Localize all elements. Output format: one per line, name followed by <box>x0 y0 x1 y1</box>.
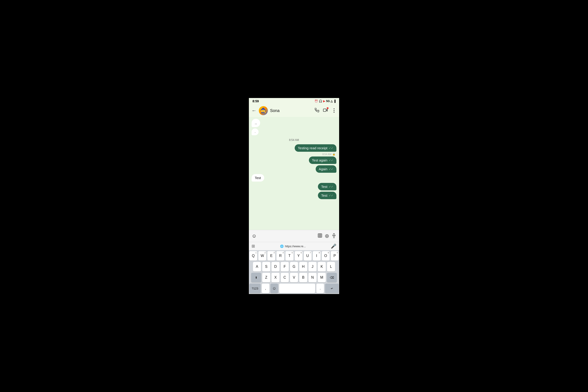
read-receipt-icon: ✓✓ <box>329 159 333 162</box>
add-button[interactable]: ⊕ <box>325 233 329 239</box>
status-time: 8:59 <box>253 99 259 103</box>
emoji-button[interactable]: ☺ <box>252 233 257 239</box>
key-X[interactable]: X <box>272 273 280 282</box>
key-W[interactable]: 2W <box>258 251 266 260</box>
headphone-icon: 🎧 <box>319 100 322 103</box>
contact-name: Sona <box>270 108 312 113</box>
message-text: Test <box>255 176 261 180</box>
key-D[interactable]: D <box>272 262 280 272</box>
key-I[interactable]: 8I <box>313 251 321 260</box>
globe-icon: 🌐 <box>280 244 284 248</box>
grid-icon[interactable]: ⊞ <box>252 244 255 248</box>
key-F[interactable]: F <box>281 262 289 272</box>
key-C[interactable]: C <box>281 273 289 282</box>
alarm-icon: ⏰ <box>314 100 318 103</box>
key-P[interactable]: 0P <box>331 251 339 260</box>
comma-key[interactable]: , <box>262 284 270 293</box>
svg-rect-2 <box>318 234 322 237</box>
message-input[interactable] <box>259 232 315 240</box>
input-area: ☺ ⊕ <box>249 230 339 242</box>
key-K[interactable]: K <box>318 262 326 272</box>
backspace-key[interactable]: ⌫ <box>327 273 337 282</box>
emoji-keyboard-key[interactable]: ☺ <box>271 284 278 293</box>
network-icon: 5G <box>326 100 330 103</box>
return-key[interactable]: ↵ <box>325 284 339 293</box>
youtube-icon: ▶ <box>323 100 325 103</box>
period-key[interactable]: . <box>316 284 324 293</box>
space-key[interactable] <box>279 284 315 293</box>
key-G[interactable]: G <box>290 262 298 272</box>
key-S[interactable]: S <box>262 262 270 272</box>
list-item: Test ✓✓ <box>252 192 336 199</box>
keyboard-row-1: 1Q 2W 3E 4R 5T 6Y 7U 8I 9O 0P <box>249 251 339 260</box>
list-item: Testing read receipt ✓✓ 8:54 AM 🔒 <box>252 144 336 156</box>
key-O[interactable]: 9O <box>322 251 330 260</box>
video-badge <box>327 107 328 109</box>
url-suggestion[interactable]: 🌐 https://www.re... <box>280 244 306 248</box>
key-A[interactable]: A <box>253 262 261 272</box>
received-bubble: Test <box>252 174 264 182</box>
url-text: https://www.re... <box>285 244 306 248</box>
read-receipt-icon: ✓✓ <box>329 194 333 197</box>
suggestion-bar: ⊞ 🌐 https://www.re... 🎤 <box>249 242 339 250</box>
keyboard: 1Q 2W 3E 4R 5T 6Y 7U 8I 9O 0P A S D F G … <box>249 250 339 294</box>
key-J[interactable]: J <box>308 262 316 272</box>
message-meta: 8:54 AM 🔒 <box>322 153 336 156</box>
sent-bubble: Again ✓✓ <box>316 165 336 173</box>
chat-area: .. . 8:54 AM Testing read receipt ✓✓ 8:5… <box>249 117 339 230</box>
keyboard-row-3: ⬆ Z X C V B N M ⌫ <box>249 273 339 282</box>
message-text: .. <box>255 120 257 125</box>
sent-bubble: Test ✓✓ <box>318 192 336 199</box>
avatar: 🧙 <box>259 106 268 115</box>
list-item: .. <box>252 119 336 127</box>
status-bar: 8:59 ⏰ 🎧 ▶ 5G △ ▐ <box>249 98 339 104</box>
num123-key[interactable]: ?123 <box>249 284 261 293</box>
key-Q[interactable]: 1Q <box>249 251 257 260</box>
list-item: Again ✓✓ <box>252 165 336 173</box>
svg-rect-1 <box>323 109 326 112</box>
key-N[interactable]: N <box>308 273 316 282</box>
header-icons: ⋮ <box>315 108 336 114</box>
video-call-button[interactable] <box>323 108 328 114</box>
mic-icon[interactable]: 🎤 <box>331 244 336 249</box>
message-text: Test again <box>312 158 327 162</box>
shift-key[interactable]: ⬆ <box>251 273 261 282</box>
lock-icon: 🔒 <box>332 153 335 156</box>
back-button[interactable]: ← <box>252 108 257 114</box>
phone-button[interactable] <box>315 108 319 114</box>
keyboard-row-2: A S D F G H J K L <box>249 262 339 272</box>
sent-bubble: Test again ✓✓ <box>309 156 336 164</box>
time-divider: 8:54 AM <box>252 138 336 142</box>
voice-button[interactable] <box>331 233 336 239</box>
sent-bubble: Test ✓✓ <box>318 183 336 190</box>
key-V[interactable]: V <box>290 273 298 282</box>
sticker-button[interactable] <box>317 233 322 239</box>
list-item: Test <box>252 174 336 182</box>
received-bubble: .. <box>252 119 260 127</box>
key-B[interactable]: B <box>299 273 307 282</box>
list-item: Test ✓✓ <box>252 183 336 190</box>
key-Z[interactable]: Z <box>262 273 270 282</box>
phone-container: 8:59 ⏰ 🎧 ▶ 5G △ ▐ ← 🧙 Sona <box>249 98 339 294</box>
status-icons: ⏰ 🎧 ▶ 5G △ ▐ <box>314 100 335 103</box>
message-text: . <box>255 130 256 134</box>
menu-button[interactable]: ⋮ <box>331 108 336 114</box>
message-text: Test <box>321 194 327 197</box>
key-T[interactable]: 5T <box>286 251 293 260</box>
sent-bubble: Testing read receipt ✓✓ <box>295 144 336 152</box>
key-E[interactable]: 3E <box>267 251 275 260</box>
key-L[interactable]: L <box>327 262 335 272</box>
signal-icon: △ <box>330 100 332 103</box>
battery-icon: ▐ <box>333 100 335 103</box>
keyboard-row-4: ?123 , ☺ . ↵ <box>249 284 339 293</box>
message-row-sent: Testing read receipt ✓✓ <box>252 144 336 152</box>
key-R[interactable]: 4R <box>277 251 284 260</box>
chat-header: ← 🧙 Sona ⋮ <box>249 104 339 117</box>
key-Y[interactable]: 6Y <box>295 251 302 260</box>
read-receipt-icon: ✓✓ <box>329 168 333 171</box>
message-time: 8:54 AM <box>322 153 331 156</box>
received-bubble: . <box>252 128 259 135</box>
key-H[interactable]: H <box>299 262 307 272</box>
key-M[interactable]: M <box>318 273 326 282</box>
key-U[interactable]: 7U <box>304 251 311 260</box>
